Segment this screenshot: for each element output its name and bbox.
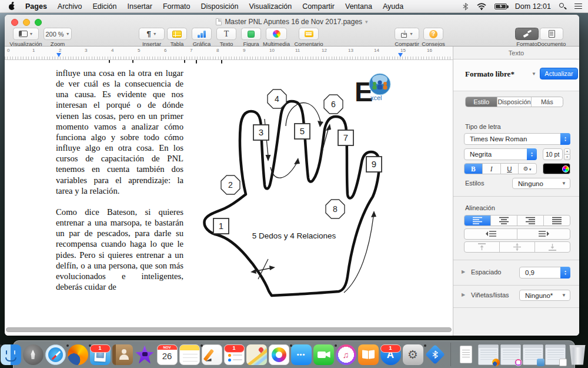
dock-documents-stack[interactable] — [456, 344, 476, 365]
spacing-stepper[interactable]: ▲▼ — [560, 267, 570, 279]
menu-clock[interactable]: Dom 12:01 — [515, 2, 551, 11]
increase-indent-button[interactable] — [517, 229, 570, 239]
zoom-button[interactable]: 200 %▼ — [44, 28, 72, 40]
text-color-well[interactable] — [543, 163, 570, 174]
menu-edicion[interactable]: Edición — [88, 0, 122, 13]
bullets-dropdown[interactable]: Ninguno*▼ — [519, 290, 570, 301]
bullets-disclosure-icon[interactable]: ▶ — [462, 292, 465, 297]
underline-button[interactable]: U — [501, 164, 519, 174]
dock-launchpad-icon[interactable] — [23, 344, 44, 365]
tab-estilo[interactable]: Estilo — [466, 97, 497, 107]
paragraph[interactable]: Como dice Bateson, si quieres entrenar a… — [56, 207, 183, 292]
dock-safari-icon[interactable] — [45, 344, 66, 365]
menu-pages[interactable]: Pages — [20, 0, 52, 13]
table-button[interactable] — [167, 28, 187, 40]
dock-system-preferences-icon[interactable] — [403, 344, 423, 365]
share-button[interactable]: ↑▼ — [395, 28, 419, 40]
bold-button[interactable]: B — [465, 164, 483, 174]
menu-ventana[interactable]: Ventana — [340, 0, 377, 13]
body-text[interactable]: influye una cosa en la otra en lugar de … — [56, 68, 183, 292]
color-wheel-icon[interactable] — [562, 165, 569, 173]
font-family-select[interactable]: Times New Roman ▲▼ — [464, 133, 570, 145]
font-style-stepper[interactable]: ▲▼ — [527, 148, 537, 160]
bluetooth-status-icon[interactable] — [462, 2, 469, 11]
ruler[interactable]: 0 1 2 3 4 5 6 7 8 9 10 11 12 13 14 15 16 — [5, 47, 453, 60]
tips-button[interactable]: ? — [423, 28, 443, 40]
dock-calendar-icon[interactable]: NOV26 — [157, 344, 178, 365]
font-size-field[interactable]: 10 pt — [543, 148, 563, 160]
dock-itunes-icon[interactable] — [336, 344, 356, 365]
styles-dropdown[interactable]: Ninguno▼ — [512, 178, 570, 189]
ruler-indent-marker[interactable] — [398, 53, 403, 57]
valign-middle-button[interactable] — [500, 242, 535, 252]
italic-button[interactable]: I — [483, 164, 501, 174]
dock-maps-icon[interactable] — [246, 344, 267, 365]
battery-charging-icon[interactable] — [495, 4, 507, 9]
minimized-itunes-window[interactable] — [500, 344, 521, 365]
dock-ibooks-icon[interactable] — [358, 344, 379, 365]
shape-button[interactable] — [241, 28, 261, 40]
dock-imovie-icon[interactable] — [135, 344, 155, 365]
align-right-button[interactable] — [517, 216, 544, 226]
dock-appstore-icon[interactable]: 1 — [380, 344, 401, 365]
align-justify-button[interactable] — [544, 216, 570, 226]
align-left-button[interactable] — [465, 216, 491, 226]
valign-bottom-button[interactable] — [535, 242, 570, 252]
comment-button[interactable] — [299, 28, 319, 40]
dock-trash-icon[interactable] — [567, 344, 588, 365]
title-bar[interactable]: Master PNL Apuntes 16 de Nov 2017.pages … — [5, 15, 579, 47]
dock-pages-icon[interactable] — [202, 344, 222, 365]
wifi-status-icon[interactable] — [477, 3, 486, 10]
ruler-indent-marker[interactable] — [56, 53, 61, 57]
menu-ayuda[interactable]: Ayuda — [377, 0, 409, 13]
dock-mail-icon[interactable]: 1 — [90, 344, 111, 365]
align-center-button[interactable] — [491, 216, 517, 226]
menu-compartir[interactable]: Compartir — [297, 0, 340, 13]
dock-firefox-icon[interactable] — [68, 344, 88, 365]
advanced-options-button[interactable]: ⚙▼ — [519, 164, 536, 174]
font-size-stepper[interactable]: ▲▼ — [564, 148, 570, 160]
dock-notes-icon[interactable] — [179, 344, 200, 365]
text-button[interactable]: T — [216, 28, 236, 40]
menu-formato[interactable]: Formato — [158, 0, 196, 13]
format-button[interactable] — [515, 28, 539, 40]
dock-reminders-icon[interactable]: 1 — [224, 344, 245, 365]
paragraph[interactable]: influye una cosa en la otra en lugar de … — [56, 68, 183, 196]
update-style-button[interactable]: Actualizar — [540, 68, 578, 79]
dock-messages-icon[interactable] — [291, 344, 312, 365]
menu-disposicion[interactable]: Disposición — [195, 0, 243, 13]
decrease-indent-button[interactable] — [465, 229, 517, 239]
menu-insertar[interactable]: Insertar — [122, 0, 158, 13]
title-chevron-icon[interactable]: ▾ — [365, 19, 368, 25]
dock-facetime-icon[interactable] — [313, 344, 334, 365]
style-dropdown-icon[interactable]: ▼ — [532, 71, 536, 77]
chart-button[interactable] — [192, 28, 212, 40]
apple-menu-icon[interactable] — [8, 2, 15, 10]
document-page[interactable]: influye una cosa en la otra en lugar de … — [5, 60, 453, 336]
menu-archivo[interactable]: Archivo — [52, 0, 88, 13]
menu-visualizacion[interactable]: Visualización — [243, 0, 297, 13]
view-button[interactable]: ▼ — [13, 28, 39, 40]
spotlight-icon[interactable] — [559, 3, 566, 10]
dock-bluetooth-exchange-icon[interactable] — [425, 344, 446, 365]
hand-diagram[interactable]: 2 4 6 8 1 3 5 7 9 5 Dedos y 4 Relaciones — [200, 60, 447, 331]
insert-button[interactable]: ¶▼ — [139, 28, 165, 40]
spacing-select[interactable]: 0,9 ▲▼ — [519, 267, 570, 279]
horizontal-scrollbar[interactable] — [6, 327, 452, 332]
spacing-disclosure-icon[interactable]: ▶ — [462, 269, 465, 274]
dock-photos-icon[interactable] — [269, 344, 289, 365]
notification-center-icon[interactable] — [574, 4, 582, 9]
valign-top-button[interactable] — [465, 242, 500, 252]
minimized-firefox-window[interactable] — [478, 344, 499, 365]
minimized-finder-window[interactable] — [523, 344, 543, 365]
media-button[interactable] — [266, 28, 287, 40]
tab-mas[interactable]: Más — [532, 97, 563, 107]
document-button[interactable] — [540, 28, 563, 40]
tab-disposicion[interactable]: Disposición — [497, 97, 531, 107]
minimized-document-window[interactable] — [545, 344, 566, 365]
dock-finder-icon[interactable] — [1, 344, 21, 365]
paragraph-style-name[interactable]: Formato libre* — [465, 69, 514, 79]
dock-contacts-icon[interactable] — [112, 344, 133, 365]
font-style-select[interactable]: Negrita ▲▼ — [464, 148, 537, 160]
font-family-stepper[interactable]: ▲▼ — [560, 133, 570, 145]
